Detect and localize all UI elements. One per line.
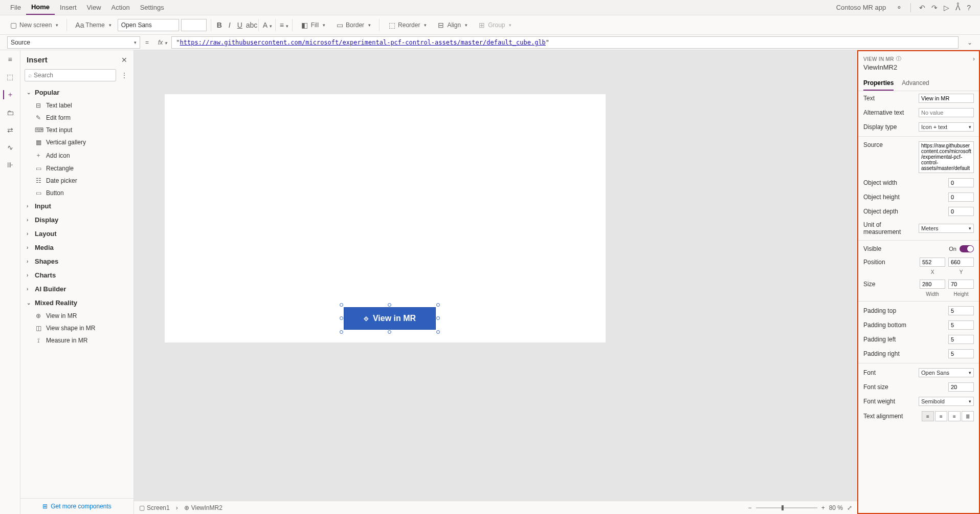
item-view-in-mr[interactable]: ⊕View in MR: [20, 310, 133, 322]
expand-icon[interactable]: ›: [973, 55, 975, 62]
position-x-input[interactable]: [920, 258, 945, 267]
crumb-control[interactable]: ⊕ViewInMR2: [184, 504, 222, 511]
bold-icon[interactable]: B: [215, 21, 224, 29]
border-button[interactable]: ▭Border: [331, 19, 375, 31]
group-aibuilder[interactable]: AI Builder: [20, 282, 133, 296]
align-right-button[interactable]: ≡: [948, 411, 961, 421]
objwidth-input[interactable]: [948, 178, 974, 187]
text-input[interactable]: [919, 94, 974, 103]
app-canvas[interactable]: ⟐ View in MR: [165, 94, 606, 342]
item-vertical-gallery[interactable]: ▦Vertical gallery: [20, 136, 133, 148]
item-rectangle[interactable]: ▭Rectangle: [20, 162, 133, 175]
handle-br[interactable]: [436, 330, 440, 334]
theme-button[interactable]: AaTheme: [71, 19, 115, 31]
handle-tm[interactable]: [388, 303, 391, 307]
get-more-components[interactable]: ⊞ Get more components: [20, 498, 133, 514]
italic-icon[interactable]: I: [226, 21, 234, 29]
align-text-icon[interactable]: ≡: [280, 21, 288, 29]
fontweight-select[interactable]: Semibold▾: [919, 397, 974, 406]
share-icon[interactable]: ᐰ: [955, 4, 961, 12]
item-button[interactable]: ▭Button: [20, 187, 133, 199]
more-icon[interactable]: ⋮: [119, 72, 129, 79]
group-charts[interactable]: Charts: [20, 268, 133, 282]
group-media[interactable]: Media: [20, 241, 133, 254]
treeview-icon[interactable]: ⬚: [4, 73, 16, 81]
new-screen-button[interactable]: ▢New screen: [5, 19, 62, 31]
variables-icon[interactable]: ∿: [4, 143, 16, 152]
crumb-screen[interactable]: ▢Screen1: [139, 504, 170, 511]
fontcolor-icon[interactable]: A: [263, 21, 271, 29]
play-icon[interactable]: ▷: [944, 4, 949, 12]
item-edit-form[interactable]: ✎Edit form: [20, 112, 133, 124]
group-display[interactable]: Display: [20, 213, 133, 227]
help-icon[interactable]: ?: [967, 4, 971, 12]
item-date-picker[interactable]: ☷Date picker: [20, 175, 133, 187]
tab-properties[interactable]: Properties: [863, 77, 894, 91]
font-select[interactable]: Open Sans: [118, 19, 179, 31]
menu-insert[interactable]: Insert: [55, 1, 82, 14]
menu-file[interactable]: File: [5, 1, 26, 14]
menu-settings[interactable]: Settings: [135, 1, 169, 14]
advanced-icon[interactable]: ⊪: [4, 161, 16, 169]
group-popular[interactable]: Popular: [20, 85, 133, 99]
objheight-input[interactable]: [948, 192, 974, 202]
fx-icon[interactable]: fx: [154, 39, 171, 46]
displaytype-select[interactable]: Icon + text▾: [919, 122, 974, 132]
padbottom-input[interactable]: [948, 320, 974, 330]
handle-tr[interactable]: [436, 303, 440, 307]
insert-rail-icon[interactable]: ＋: [3, 90, 15, 99]
underline-icon[interactable]: U: [236, 21, 244, 29]
handle-mr[interactable]: [436, 316, 440, 320]
alttext-input[interactable]: [919, 108, 974, 117]
item-measure-in-mr[interactable]: ⟟Measure in MR: [20, 334, 133, 347]
objdepth-input[interactable]: [948, 207, 974, 216]
item-text-label[interactable]: ⊟Text label: [20, 99, 133, 112]
media-icon[interactable]: ⇄: [4, 126, 16, 134]
source-input[interactable]: https://raw.githubusercontent.com/micros…: [919, 141, 974, 173]
group-shapes[interactable]: Shapes: [20, 254, 133, 268]
item-text-input[interactable]: ⌨Text input: [20, 124, 133, 136]
menu-home[interactable]: Home: [26, 0, 55, 15]
position-y-input[interactable]: [948, 258, 974, 267]
item-add-icon[interactable]: ＋Add icon: [20, 148, 133, 162]
undo-icon[interactable]: ↶: [919, 4, 925, 12]
visible-toggle[interactable]: [960, 245, 974, 252]
menu-view[interactable]: View: [82, 1, 106, 14]
view-in-mr-control[interactable]: ⟐ View in MR: [344, 307, 436, 330]
zoom-slider[interactable]: [756, 507, 817, 508]
item-view-shape-in-mr[interactable]: ◫View shape in MR: [20, 322, 133, 334]
strike-icon[interactable]: abc: [246, 21, 254, 29]
formula-expand-icon[interactable]: ⌄: [964, 39, 976, 46]
zoom-out-icon[interactable]: −: [748, 504, 752, 511]
hamburger-icon[interactable]: ≡: [4, 55, 16, 63]
data-icon[interactable]: 🗀: [4, 109, 16, 117]
fit-icon[interactable]: ⤢: [847, 504, 852, 511]
padtop-input[interactable]: [948, 306, 974, 315]
info-icon[interactable]: ⓘ: [896, 55, 901, 62]
align-left-button[interactable]: ≡: [922, 411, 934, 421]
padright-input[interactable]: [948, 349, 974, 358]
group-button[interactable]: ⊞Group: [474, 19, 516, 31]
size-w-input[interactable]: [920, 280, 945, 289]
property-select[interactable]: Source▾: [7, 36, 140, 49]
handle-tl[interactable]: [340, 303, 343, 307]
font-select-prop[interactable]: Open Sans▾: [919, 368, 974, 377]
group-layout[interactable]: Layout: [20, 227, 133, 241]
reorder-button[interactable]: ⬚Reorder: [384, 19, 431, 31]
formula-input[interactable]: "https://raw.githubusercontent.com/micro…: [171, 36, 959, 49]
align-justify-button[interactable]: ≣: [962, 411, 974, 421]
size-h-input[interactable]: [948, 280, 974, 289]
handle-bl[interactable]: [340, 330, 343, 334]
align-button[interactable]: ⊟Align: [433, 19, 472, 31]
redo-icon[interactable]: ↷: [931, 4, 938, 12]
handle-bm[interactable]: [388, 330, 391, 334]
unit-select[interactable]: Meters▾: [919, 224, 974, 233]
formula-link[interactable]: https://raw.githubusercontent.com/micros…: [180, 39, 546, 46]
zoom-in-icon[interactable]: +: [821, 504, 825, 511]
control-name[interactable]: ViewInMR2: [863, 62, 974, 75]
fill-button[interactable]: ◧Fill: [297, 19, 329, 31]
tab-advanced[interactable]: Advanced: [902, 77, 929, 91]
canvas-area[interactable]: ⟐ View in MR ▢Screen1 › ⊕ViewInMR2 − +: [134, 50, 857, 514]
environment-icon[interactable]: ⚬: [896, 4, 902, 12]
group-input[interactable]: Input: [20, 199, 133, 213]
